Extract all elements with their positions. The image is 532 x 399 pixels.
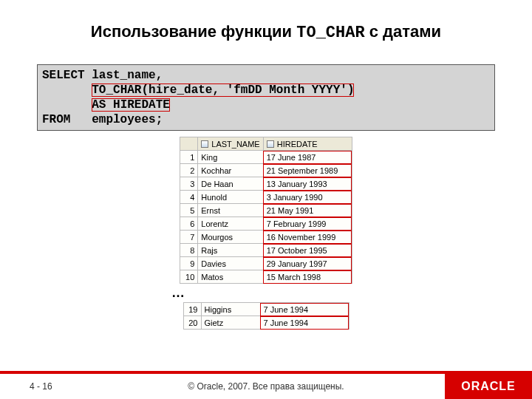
cell-hiredate: 3 January 1990 — [263, 191, 352, 204]
row-index: 6 — [180, 217, 198, 231]
results-table-2: 19Higgins7 June 199420Gietz7 June 1994 — [183, 302, 349, 330]
cell-lastname: Higgins — [201, 303, 260, 316]
row-index: 1 — [180, 151, 198, 164]
row-index: 7 — [180, 231, 198, 244]
cell-hiredate: 17 June 1987 — [263, 151, 352, 164]
cell-lastname: Lorentz — [198, 217, 263, 231]
cell-hiredate: 13 January 1993 — [263, 177, 352, 191]
cell-hiredate: 21 May 1991 — [263, 204, 352, 217]
cell-hiredate: 7 June 1994 — [260, 303, 349, 316]
sql-highlight-tochar: TO_CHAR(hire_date, 'fmDD Month YYYY') — [92, 83, 354, 97]
cell-lastname: Gietz — [201, 316, 260, 330]
title-code: TO_CHAR — [296, 24, 364, 42]
table-row: 2Kochhar21 September 1989 — [180, 164, 352, 177]
col-header-hiredate: HIREDATE — [263, 137, 352, 151]
cell-lastname: Matos — [198, 270, 263, 284]
row-index: 20 — [183, 316, 201, 330]
cell-lastname: King — [198, 151, 263, 164]
cell-hiredate: 29 January 1997 — [263, 257, 352, 270]
table-row: 1King17 June 1987 — [180, 151, 352, 164]
cell-lastname: Hunold — [198, 191, 263, 204]
sql-line-1: SELECT last_name, — [42, 68, 490, 83]
table-row: 7Mourgos16 November 1999 — [180, 231, 352, 244]
row-index: 10 — [180, 270, 198, 284]
table-row: 4Hunold3 January 1990 — [180, 191, 352, 204]
sql-line-4: FROM employees; — [42, 112, 490, 127]
slide-title: Использование функции TO_CHAR с датами — [0, 0, 532, 50]
table-row: 6Lorentz7 February 1999 — [180, 217, 352, 231]
table-row: 5Ernst21 May 1991 — [180, 204, 352, 217]
sql-highlight-alias: AS HIREDATE — [92, 98, 170, 112]
cell-lastname: Kochhar — [198, 164, 263, 177]
cell-lastname: Mourgos — [198, 231, 263, 244]
cell-lastname: Rajs — [198, 244, 263, 257]
results-table-1: LAST_NAME HIREDATE 1King17 June 19872Koc… — [180, 137, 352, 284]
sql-code-block: SELECT last_name, TO_CHAR(hire_date, 'fm… — [37, 64, 495, 131]
cell-hiredate: 7 February 1999 — [263, 217, 352, 231]
row-index: 8 — [180, 244, 198, 257]
cell-lastname: Ernst — [198, 204, 263, 217]
row-index: 3 — [180, 177, 198, 191]
cell-hiredate: 21 September 1989 — [263, 164, 352, 177]
column-icon — [267, 140, 274, 148]
title-prefix: Использование функции — [91, 22, 296, 41]
table-row: 3De Haan13 January 1993 — [180, 177, 352, 191]
cell-lastname: Davies — [198, 257, 263, 270]
row-index: 4 — [180, 191, 198, 204]
cell-hiredate: 16 November 1999 — [263, 231, 352, 244]
oracle-logo: ORACLE — [445, 374, 532, 399]
col-header-lastname: LAST_NAME — [198, 137, 263, 151]
row-index: 5 — [180, 204, 198, 217]
ellipsis: … — [171, 285, 185, 301]
table-row: 20Gietz7 June 1994 — [183, 316, 349, 330]
table-row: 8Rajs17 October 1995 — [180, 244, 352, 257]
cell-hiredate: 17 October 1995 — [263, 244, 352, 257]
title-suffix: с датами — [365, 22, 441, 41]
copyright: © Oracle, 2007. Все права защищены. — [188, 381, 344, 392]
cell-hiredate: 7 June 1994 — [260, 316, 349, 330]
cell-hiredate: 15 March 1998 — [263, 270, 352, 284]
footer: 4 - 16 © Oracle, 2007. Все права защищен… — [0, 374, 532, 399]
row-index: 19 — [183, 303, 201, 316]
row-index: 9 — [180, 257, 198, 270]
cell-lastname: De Haan — [198, 177, 263, 191]
table-row: 19Higgins7 June 1994 — [183, 303, 349, 316]
column-icon — [201, 140, 208, 148]
table-row: 10Matos15 March 1998 — [180, 270, 352, 284]
table-row: 9Davies29 January 1997 — [180, 257, 352, 270]
col-header-index — [180, 137, 198, 151]
page-number: 4 - 16 — [30, 381, 52, 392]
row-index: 2 — [180, 164, 198, 177]
